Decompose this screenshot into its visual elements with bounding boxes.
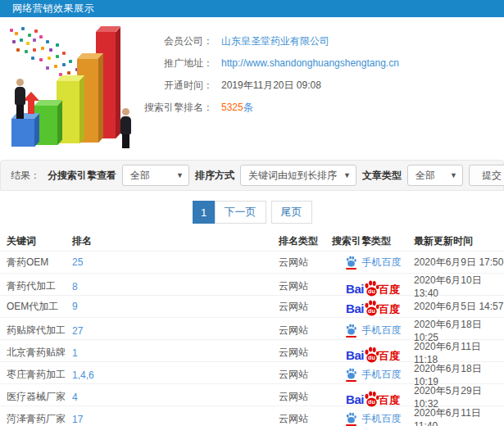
keyword-cell: 枣庄膏药加工 — [7, 368, 72, 382]
baidu-paw-icon: du — [363, 391, 380, 407]
table-row: 医疗器械厂家 4 云网站 Bai du 百度 2020年5月29日 10:32 — [0, 383, 504, 406]
engine-type-cell: Bai du 百度 — [332, 279, 414, 295]
baidu-logo-bai-text: Bai — [346, 393, 364, 406]
column-header-keyword: 关键词 — [7, 234, 72, 248]
engine-type-cell: Bai du 百度 — [332, 298, 414, 315]
promo-url-link[interactable]: http://www.shandonghuangshengtang.cn — [221, 52, 399, 75]
table-row: 药贴牌代加工 27 云网站 手机百度 2020年6月18日 10:25 — [0, 317, 504, 339]
mobile-baidu-label: 手机百度 — [362, 368, 402, 382]
mobile-baidu-underline — [346, 336, 356, 338]
baidu-logo-bai-text: Bai — [346, 349, 364, 361]
rank-type-cell: 云网站 — [279, 279, 332, 293]
rank-type-cell: 云网站 — [279, 300, 332, 314]
svg-text:du: du — [368, 398, 375, 406]
rank-type-cell: 云网站 — [279, 412, 332, 426]
up-arrow-icon — [28, 101, 34, 114]
pagination: 1 下一页 尾页 — [0, 201, 504, 224]
open-time-value: 2019年11月20日 09:08 — [221, 75, 321, 97]
baidu-logo: Bai du 百度 — [346, 298, 400, 315]
submit-button[interactable]: 提交 — [469, 165, 504, 186]
updated-time-cell: 2020年6月9日 17:50 — [414, 256, 504, 270]
mobile-baidu-label: 手机百度 — [362, 324, 402, 338]
article-type-label: 文章类型 — [362, 169, 402, 183]
results-table: 关键词 排名 排名类型 搜索引擎类型 最新更新时间 膏药OEM 25 云网站 手… — [0, 231, 504, 426]
table-row: 膏药OEM 25 云网站 手机百度 2020年6月9日 17:50 — [0, 251, 504, 273]
engine-rank-row: 搜索引擎排名： 5325条 — [141, 97, 504, 119]
company-link[interactable]: 山东皇圣堂药业有限公司 — [221, 30, 329, 52]
article-type-select[interactable]: 全部 ▼ — [407, 165, 463, 186]
column-header-rank: 排名 — [72, 234, 279, 248]
info-panel: 会员公司： 山东皇圣堂药业有限公司 推广地址： http://www.shand… — [0, 24, 504, 155]
rank-type-cell: 云网站 — [279, 324, 332, 338]
table-row: 枣庄膏药加工 1,4,6 云网站 手机百度 2020年6月18日 10:19 — [0, 361, 504, 383]
keyword-cell: 药贴牌代加工 — [7, 324, 72, 338]
rank-link[interactable]: 25 — [72, 256, 279, 268]
table-body: 膏药OEM 25 云网站 手机百度 2020年6月9日 17:50 膏药代加工 … — [0, 251, 504, 426]
chevron-down-icon: ▼ — [445, 171, 457, 179]
keyword-cell: 菏泽膏药厂家 — [7, 412, 72, 426]
rank-link[interactable]: 1,4,6 — [72, 369, 279, 381]
next-page-button[interactable]: 下一页 — [215, 201, 266, 224]
confetti-decoration — [10, 29, 13, 32]
company-row: 会员公司： 山东皇圣堂药业有限公司 — [141, 30, 504, 52]
rank-link[interactable]: 1 — [72, 347, 279, 359]
sort-label: 排序方式 — [195, 169, 234, 183]
baidu-logo-bai-text: Bai — [346, 302, 364, 315]
engine-type-cell: Bai du 百度 — [332, 345, 414, 361]
rank-link[interactable]: 27 — [72, 325, 279, 337]
rank-link[interactable]: 8 — [72, 281, 279, 292]
rank-count-suffix: 条 — [243, 102, 253, 113]
chevron-down-icon: ▼ — [171, 171, 184, 179]
baidu-paw-icon: du — [363, 347, 380, 363]
rank-link[interactable]: 4 — [72, 392, 279, 403]
updated-time-cell: 2020年6月10日 13:40 — [414, 274, 504, 299]
keyword-cell: 膏药代加工 — [7, 279, 72, 293]
mobile-baidu-paw-icon — [345, 324, 358, 338]
rank-type-cell: 云网站 — [279, 346, 332, 360]
keyword-cell: 膏药OEM — [7, 256, 72, 270]
engine-type-cell: Bai du 百度 — [332, 389, 414, 406]
baidu-paw-icon: du — [363, 280, 380, 297]
engine-filter-select[interactable]: 全部 ▼ — [122, 165, 189, 186]
mobile-baidu-logo: 手机百度 — [345, 412, 402, 426]
mobile-baidu-underline — [346, 380, 356, 382]
rank-link[interactable]: 17 — [72, 414, 279, 425]
baidu-paw-icon: du — [363, 300, 380, 316]
last-page-button[interactable]: 尾页 — [271, 201, 312, 224]
baidu-logo: Bai du 百度 — [346, 389, 400, 406]
engine-type-cell: 手机百度 — [332, 368, 414, 382]
rank-link[interactable]: 9 — [72, 301, 279, 312]
page-1-button[interactable]: 1 — [193, 201, 216, 224]
svg-text:du: du — [368, 307, 375, 315]
mobile-baidu-paw-icon — [345, 368, 358, 382]
promo-url-row: 推广地址： http://www.shandonghuangshengtang.… — [141, 52, 504, 75]
sort-select[interactable]: 关键词由短到长排序 ▼ — [240, 165, 356, 186]
baidu-logo-cn-text: 百度 — [379, 304, 400, 315]
keyword-cell: 医疗器械厂家 — [7, 390, 72, 404]
baidu-logo: Bai du 百度 — [346, 279, 400, 295]
mobile-baidu-underline — [346, 268, 356, 270]
rank-type-cell: 云网站 — [279, 256, 332, 270]
mobile-baidu-logo: 手机百度 — [345, 324, 402, 338]
baidu-logo: Bai du 百度 — [346, 345, 400, 361]
mobile-baidu-paw-icon — [345, 412, 358, 426]
baidu-logo-cn-text: 百度 — [379, 351, 400, 361]
results-label: 结果： — [11, 169, 40, 183]
open-time-label: 开通时间： — [141, 75, 213, 97]
filter-bar: 结果： 分搜索引擎查看 全部 ▼ 排序方式 关键词由短到长排序 ▼ 文章类型 全… — [0, 160, 504, 191]
table-row: 膏药代加工 8 云网站 Bai du 百度 2020年6月10日 13:40 — [0, 273, 504, 295]
updated-time-cell: 2020年6月5日 14:57 — [414, 300, 504, 314]
engine-type-cell: 手机百度 — [332, 256, 414, 270]
filter-controls: 分搜索引擎查看 全部 ▼ 排序方式 关键词由短到长排序 ▼ 文章类型 全部 ▼ … — [48, 165, 503, 186]
chevron-down-icon: ▼ — [338, 171, 351, 179]
engine-rank-label: 搜索引擎排名： — [141, 97, 213, 119]
engine-type-cell: 手机百度 — [332, 412, 414, 426]
svg-text:du: du — [368, 288, 375, 295]
page-title: 网络营销效果展示 — [12, 2, 94, 16]
column-header-rank-type: 排名类型 — [279, 234, 332, 248]
rank-type-cell: 云网站 — [279, 368, 332, 382]
baidu-logo-cn-text: 百度 — [379, 395, 400, 406]
mobile-baidu-paw-icon — [345, 256, 358, 270]
table-row: 北京膏药贴牌 1 云网站 Bai du 百度 2020年6月11日 11:18 — [0, 339, 504, 361]
column-header-engine-type: 搜索引擎类型 — [332, 234, 414, 248]
